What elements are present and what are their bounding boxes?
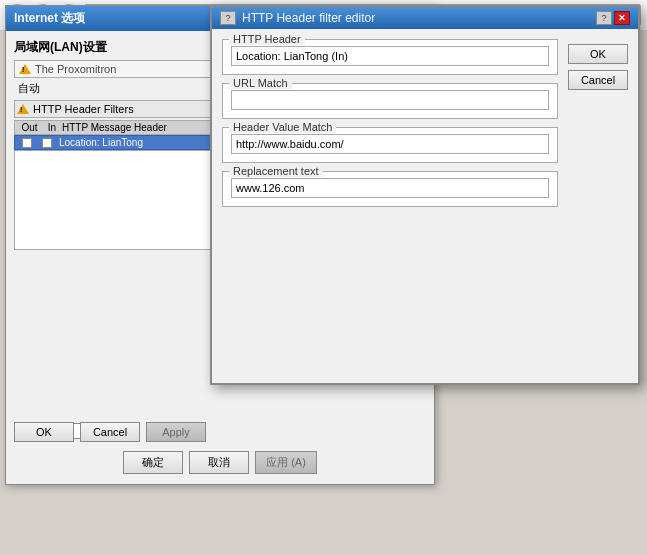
header-value-group: Header Value Match — [222, 127, 558, 163]
http-close-btn[interactable]: ✕ — [614, 11, 630, 25]
inner-buttons: OK Cancel Apply — [14, 422, 206, 442]
filter-list-area — [14, 150, 214, 250]
confirm-cancel-button[interactable]: 取消 — [189, 451, 249, 474]
warning-icon — [19, 64, 31, 74]
http-header-legend: HTTP Header — [229, 33, 305, 45]
in-checkbox[interactable]: ✓ — [42, 138, 52, 148]
lan-title-text: 局域网(LAN)设置 — [14, 40, 107, 54]
http-titlebar: ? HTTP Header filter editor ? ✕ — [212, 7, 638, 29]
out-checkbox[interactable] — [22, 138, 32, 148]
http-filters-label: HTTP Header Filters — [33, 103, 134, 115]
col-out: Out — [17, 122, 42, 133]
http-header-input[interactable] — [231, 46, 549, 66]
apply-button[interactable]: Apply — [146, 422, 206, 442]
http-help-btn2[interactable]: ? — [596, 11, 612, 25]
ok-button[interactable]: OK — [14, 422, 74, 442]
filter-warning-icon — [17, 104, 29, 114]
http-fields: HTTP Header URL Match Header Value Match… — [222, 39, 558, 370]
http-filter-editor-dialog: ? HTTP Header filter editor ? ✕ HTTP Hea… — [210, 5, 640, 385]
cancel-button[interactable]: Cancel — [80, 422, 140, 442]
header-value-legend: Header Value Match — [229, 121, 336, 133]
http-header-group: HTTP Header — [222, 39, 558, 75]
in-checkbox-cell: ✓ — [37, 138, 57, 148]
http-help-btn[interactable]: ? — [220, 11, 236, 25]
http-side-buttons: OK Cancel — [568, 39, 628, 370]
out-checkbox-cell — [17, 138, 37, 148]
http-body: HTTP Header URL Match Header Value Match… — [212, 29, 638, 380]
replacement-input[interactable] — [231, 178, 549, 198]
url-match-input[interactable] — [231, 90, 549, 110]
filter-row-label: Location: LianTong — [59, 137, 143, 148]
url-match-legend: URL Match — [229, 77, 292, 89]
replacement-legend: Replacement text — [229, 165, 323, 177]
http-ok-button[interactable]: OK — [568, 44, 628, 64]
http-dialog-title: HTTP Header filter editor — [242, 11, 375, 25]
http-title-btns: ? ✕ — [596, 11, 630, 25]
http-cancel-button[interactable]: Cancel — [568, 70, 628, 90]
url-match-group: URL Match — [222, 83, 558, 119]
confirm-ok-button[interactable]: 确定 — [123, 451, 183, 474]
replacement-group: Replacement text — [222, 171, 558, 207]
inet-title: Internet 选项 — [14, 10, 85, 27]
proxomitron-label: The Proxomitron — [35, 63, 116, 75]
header-value-input[interactable] — [231, 134, 549, 154]
confirm-apply-button[interactable]: 应用 (A) — [255, 451, 317, 474]
bottom-buttons: 确定 取消 应用 (A) — [6, 451, 434, 474]
col-in: In — [42, 122, 62, 133]
